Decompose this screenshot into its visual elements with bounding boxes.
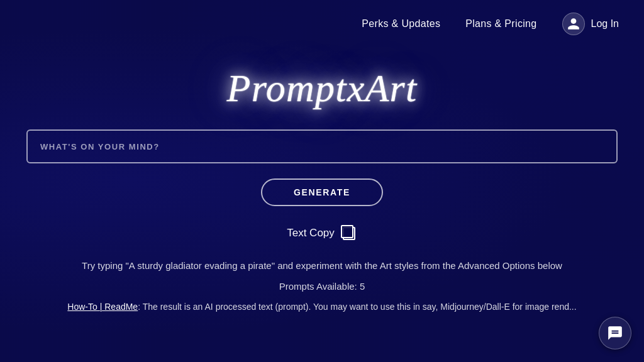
search-input[interactable] <box>26 129 618 163</box>
account-icon <box>562 13 585 35</box>
prompts-available: Prompts Available: 5 <box>279 281 365 292</box>
navigation: Perks & Updates Plans & Pricing Log In <box>0 0 644 47</box>
login-label: Log In <box>591 18 619 30</box>
readme-description: : The result is an AI processed text (pr… <box>138 302 576 312</box>
text-copy-row: Text Copy <box>287 225 357 241</box>
chat-icon <box>607 325 623 341</box>
copy-icon[interactable] <box>341 225 357 241</box>
search-container <box>26 129 618 163</box>
readme-row: How-To | ReadMe: The result is an AI pro… <box>55 300 589 314</box>
nav-perks-link[interactable]: Perks & Updates <box>362 18 440 30</box>
readme-link[interactable]: How-To | ReadMe <box>67 302 138 312</box>
copy-icon-front <box>341 225 353 238</box>
login-button[interactable]: Log In <box>562 13 619 35</box>
nav-plans-link[interactable]: Plans & Pricing <box>465 18 536 30</box>
hint-text: Try typing "A sturdy gladiator evading a… <box>44 260 600 271</box>
app-title: PromptxArt <box>227 66 418 111</box>
person-icon <box>567 17 580 31</box>
generate-button[interactable]: GENERATE <box>261 178 383 206</box>
text-copy-label: Text Copy <box>287 227 335 239</box>
chat-bubble-button[interactable] <box>599 317 631 349</box>
main-content: PromptxArt GENERATE Text Copy Try typing… <box>0 47 644 314</box>
